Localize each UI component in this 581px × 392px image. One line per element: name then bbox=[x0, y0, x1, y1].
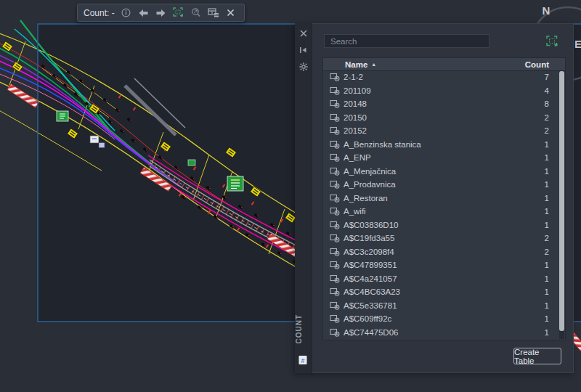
block-name: 20150 bbox=[344, 113, 367, 122]
table-row[interactable]: 20148 8 bbox=[323, 97, 565, 111]
table-row[interactable]: A_Prodavnica 1 bbox=[323, 178, 565, 192]
block-count: 1 bbox=[545, 261, 549, 269]
block-count: 1 bbox=[545, 167, 549, 176]
block-name: A$C4BC63A23 bbox=[344, 287, 400, 296]
block-icon bbox=[330, 248, 340, 256]
table-row[interactable]: A$C03836D10 1 bbox=[323, 219, 565, 232]
block-count: 2 bbox=[545, 113, 549, 122]
properties-gear-icon[interactable] bbox=[298, 62, 309, 72]
table-row[interactable]: A$C4BC63A23 1 bbox=[323, 285, 565, 299]
previous-arrow-button[interactable] bbox=[137, 7, 151, 20]
block-icon bbox=[330, 73, 340, 81]
block-count: 1 bbox=[545, 140, 549, 149]
block-count: 1 bbox=[545, 274, 549, 283]
scrollbar-thumb[interactable] bbox=[559, 71, 564, 331]
block-name: A_ENP bbox=[344, 153, 371, 162]
block-count: 1 bbox=[545, 180, 549, 189]
application-window: N E Count: - bbox=[0, 0, 581, 392]
table-row[interactable]: A_wifi 1 bbox=[323, 205, 565, 219]
block-name: A$C3c2098f4 bbox=[344, 248, 394, 256]
insert-table-icon[interactable] bbox=[206, 7, 221, 20]
search-input[interactable] bbox=[324, 34, 489, 48]
table-row[interactable]: A_Restoran 1 bbox=[323, 192, 565, 205]
table-row[interactable]: A_Benzinska stanica 1 bbox=[323, 138, 565, 152]
table-row[interactable]: 20152 2 bbox=[323, 124, 565, 138]
block-icon bbox=[330, 328, 340, 337]
block-count: 2 bbox=[545, 234, 549, 242]
sort-ascending-icon: ▲ bbox=[371, 62, 376, 67]
close-toolbar-icon[interactable] bbox=[224, 7, 238, 20]
block-name: 2-1-2 bbox=[344, 73, 363, 81]
block-count: 1 bbox=[545, 301, 549, 310]
count-table: Name ▲ Count 2-1-2 7 201109 4 20 bbox=[322, 57, 566, 340]
block-name: A$C47899351 bbox=[344, 261, 397, 269]
block-icon bbox=[330, 99, 340, 108]
count-column-header[interactable]: Count bbox=[525, 60, 549, 69]
block-count: 4 bbox=[545, 86, 549, 95]
table-header[interactable]: Name ▲ Count bbox=[323, 58, 565, 71]
table-row[interactable]: A$C19fd3a55 2 bbox=[323, 232, 565, 245]
table-row[interactable]: A_ENP 1 bbox=[323, 151, 565, 165]
table-row[interactable]: 20150 2 bbox=[323, 111, 565, 125]
block-name: A_Prodavnica bbox=[344, 180, 396, 189]
block-icon bbox=[330, 194, 340, 203]
select-objects-icon[interactable] bbox=[171, 7, 186, 20]
block-icon bbox=[330, 234, 340, 242]
table-row[interactable]: A$C4a241057 1 bbox=[323, 272, 565, 286]
block-icon bbox=[330, 140, 340, 149]
block-name: A$C74475D06 bbox=[344, 328, 398, 337]
count-list: 2-1-2 7 201109 4 20148 8 20150 2 bbox=[323, 70, 565, 340]
svg-text:#: # bbox=[301, 357, 304, 364]
block-icon bbox=[330, 314, 340, 323]
block-count: 1 bbox=[545, 221, 549, 229]
create-table-button[interactable]: Create Table bbox=[513, 348, 561, 364]
table-row[interactable]: A$C609ff92c 1 bbox=[323, 312, 565, 326]
block-count: 1 bbox=[545, 153, 549, 162]
block-icon bbox=[330, 207, 340, 216]
palette-title: COUNT bbox=[295, 314, 312, 344]
palette-title-bar: COUNT # bbox=[295, 23, 312, 373]
block-count: 1 bbox=[545, 314, 549, 323]
block-icon bbox=[330, 180, 340, 189]
count-palette: COUNT # Name ▲ Count bbox=[295, 23, 574, 373]
block-icon bbox=[330, 113, 340, 122]
table-row[interactable]: 2-1-2 7 bbox=[323, 70, 565, 84]
vertical-scrollbar[interactable] bbox=[559, 71, 564, 339]
compass-north-label[interactable]: N bbox=[543, 4, 550, 17]
block-icon bbox=[330, 301, 340, 310]
name-column-header[interactable]: Name bbox=[345, 60, 367, 69]
close-palette-icon[interactable] bbox=[298, 28, 309, 38]
block-name: A$C19fd3a55 bbox=[344, 234, 394, 242]
block-icon bbox=[330, 86, 340, 95]
info-icon[interactable] bbox=[119, 7, 134, 20]
table-row[interactable]: A$C… 1 bbox=[323, 339, 565, 340]
block-icon bbox=[330, 126, 340, 135]
block-icon bbox=[330, 287, 340, 296]
zoom-to-selected-icon[interactable] bbox=[189, 7, 203, 20]
table-row[interactable]: A$C5e336781 1 bbox=[323, 299, 565, 313]
block-name: A$C4a241057 bbox=[344, 274, 397, 283]
table-row[interactable]: A$C47899351 1 bbox=[323, 258, 565, 272]
table-row[interactable]: A_Menjačnica 1 bbox=[323, 165, 565, 179]
block-count: 2 bbox=[545, 126, 549, 135]
block-name: A$C609ff92c bbox=[344, 314, 391, 323]
block-name: A_Benzinska stanica bbox=[344, 140, 421, 149]
next-arrow-button[interactable] bbox=[154, 7, 168, 20]
compass-east-label[interactable]: E bbox=[574, 38, 581, 50]
palette-select-objects-icon[interactable] bbox=[546, 36, 558, 50]
count-value: - bbox=[112, 8, 115, 18]
auto-hide-icon[interactable] bbox=[298, 45, 309, 55]
table-row[interactable]: 201109 4 bbox=[323, 84, 565, 98]
block-name: A_Menjačnica bbox=[344, 167, 396, 176]
block-name: 201109 bbox=[344, 86, 371, 95]
count-toolbar: Count: - bbox=[77, 4, 245, 22]
palette-body: Name ▲ Count 2-1-2 7 201109 4 20 bbox=[312, 23, 574, 373]
table-row[interactable]: A$C74475D06 1 bbox=[323, 326, 565, 340]
block-icon bbox=[330, 274, 340, 283]
block-name: 20152 bbox=[344, 126, 367, 135]
table-row[interactable]: A$C3c2098f4 2 bbox=[323, 245, 565, 259]
block-count: 7 bbox=[545, 73, 549, 81]
block-name: 20148 bbox=[344, 99, 367, 108]
block-count: 1 bbox=[545, 194, 549, 203]
block-icon bbox=[330, 167, 340, 176]
